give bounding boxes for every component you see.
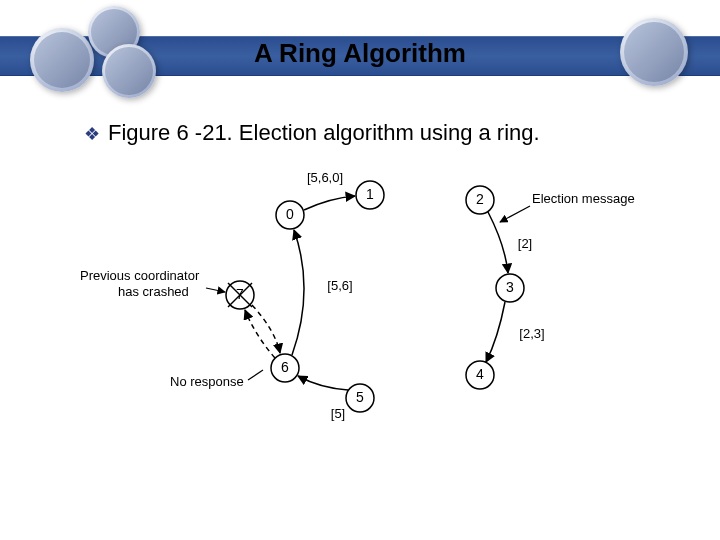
photo-circle-icon (30, 28, 94, 92)
header-decoration-right (620, 18, 690, 88)
photo-circle-icon (102, 44, 156, 98)
arrow-2-3 (488, 212, 508, 273)
photo-circle-icon (620, 18, 688, 86)
message-label: [2] (518, 236, 532, 251)
message-label: [2,3] (519, 326, 544, 341)
arrow-7-6-dashed (252, 305, 280, 353)
bullet-text: Figure 6 -21. Election algorithm using a… (108, 120, 540, 146)
message-label: [5,6] (327, 278, 352, 293)
diamond-bullet-icon: ❖ (84, 125, 100, 143)
arrow-3-4 (486, 302, 505, 362)
node-label: 6 (281, 359, 289, 375)
annotation-pointer (248, 370, 263, 380)
arrow-6-7-dashed (245, 310, 275, 358)
node-label: 2 (476, 191, 484, 207)
annotation-pointer (500, 206, 530, 222)
node-label: 4 (476, 366, 484, 382)
node-label: 5 (356, 389, 364, 405)
annotation-election: Election message (532, 191, 635, 206)
node-label: 0 (286, 206, 294, 222)
arrow-5-6 (298, 376, 348, 390)
annotation-crashed: has crashed (118, 284, 189, 299)
message-label: [5] (331, 406, 345, 421)
header-decoration-left (30, 0, 160, 100)
arrow-6-0 (292, 230, 304, 355)
annotation-pointer (206, 288, 225, 292)
bullet-item: ❖ Figure 6 -21. Election algorithm using… (84, 120, 680, 146)
node-label: 3 (506, 279, 514, 295)
annotation-noresponse: No response (170, 374, 244, 389)
annotation-crashed: Previous coordinator (80, 268, 200, 283)
node-label: 1 (366, 186, 374, 202)
arrow-0-1 (304, 196, 355, 210)
message-label: [5,6,0] (307, 170, 343, 185)
ring-algorithm-diagram: 0 1 7 6 5 2 3 4 [5] [5,6] [5,6,0] [2] [2… (80, 160, 640, 440)
node-label: 7 (236, 286, 244, 302)
